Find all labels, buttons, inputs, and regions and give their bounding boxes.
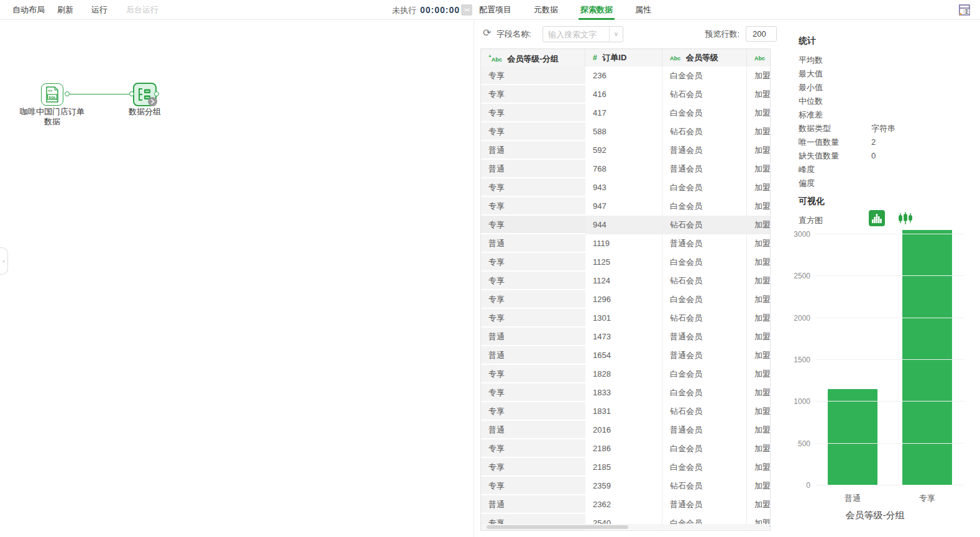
table-row[interactable]: 普通1654普通会员加盟店: [481, 346, 770, 365]
column-header-门店[interactable]: Abc 门店: [747, 49, 771, 67]
table-row[interactable]: 专享2186白金会员加盟店: [481, 439, 770, 458]
y-axis-tick: 1500: [782, 356, 810, 364]
run-status-text: 未执行: [392, 6, 416, 15]
refresh-preview-icon[interactable]: ⟳: [483, 27, 494, 39]
table-row[interactable]: 专享944钻石会员加盟店: [481, 216, 770, 234]
group-node-input-port[interactable]: [129, 91, 134, 96]
histogram-bar-专享[interactable]: [902, 230, 952, 485]
table-cell: 普通会员: [662, 141, 747, 160]
table-cell: 加盟店: [747, 272, 771, 290]
table-cell: 白金会员: [662, 67, 747, 85]
table-cell: 2186: [585, 439, 662, 458]
chart-title: 会员等级-分组: [782, 510, 968, 521]
stat-row: 标准差: [799, 108, 973, 122]
horizontal-scrollbar[interactable]: [482, 524, 769, 530]
table-cell: 钻石会员: [662, 272, 747, 290]
background-run-button[interactable]: 后台运行: [126, 0, 158, 20]
table-cell: 加盟店: [747, 328, 771, 346]
table-row[interactable]: 专享2359钻石会员加盟店: [481, 477, 770, 495]
table-row[interactable]: 普通1473普通会员加盟店: [481, 328, 770, 346]
table-cell: 专享: [481, 122, 585, 141]
table-row[interactable]: 专享416钻石会员加盟店: [481, 85, 770, 104]
table-row[interactable]: 专享947白金会员加盟店: [481, 197, 770, 216]
table-row[interactable]: 普通1119普通会员加盟店: [481, 234, 770, 253]
gridline: [815, 485, 964, 485]
table-row[interactable]: 专享1296白金会员加盟店: [481, 290, 770, 309]
table-row[interactable]: 专享588钻石会员加盟店: [481, 122, 770, 141]
run-button[interactable]: 运行: [91, 0, 108, 20]
boxplot-icon[interactable]: [898, 211, 913, 226]
table-cell: 加盟店: [747, 477, 771, 495]
table-row[interactable]: 专享943白金会员加盟店: [481, 178, 770, 197]
stat-label: 峰度: [799, 163, 871, 177]
tab-属性[interactable]: 属性: [633, 0, 653, 20]
table-row[interactable]: 专享1831钻石会员加盟店: [481, 402, 770, 421]
column-header-会员等级-分组[interactable]: +Abc 会员等级-分组: [481, 49, 585, 67]
flow-canvas[interactable]: <> SQL 咖啡中国门店订单数据 数据分组 «: [0, 20, 474, 537]
stat-value: 2: [871, 135, 876, 149]
sql-file-icon: <> SQL: [45, 86, 59, 103]
table-cell: 1296: [585, 290, 662, 309]
stat-value: 0: [871, 149, 876, 163]
table-row[interactable]: 专享1124钻石会员加盟店: [481, 272, 770, 290]
table-row[interactable]: 普通592普通会员加盟店: [481, 141, 770, 160]
table-cell: 专享: [481, 439, 585, 458]
table-row[interactable]: 普通2016普通会员加盟店: [481, 421, 770, 439]
column-header-订单ID[interactable]: # 订单ID: [585, 49, 662, 67]
table-cell: 加盟店: [747, 216, 771, 234]
data-preview-table: +Abc 会员等级-分组# 订单IDAbc 会员等级Abc 门店 专享236白金…: [480, 48, 771, 531]
stat-row: 中位数: [799, 94, 973, 108]
table-cell: 普通会员: [662, 346, 747, 365]
column-header-会员等级[interactable]: Abc 会员等级: [662, 49, 747, 67]
table-row[interactable]: 专享1833白金会员加盟店: [481, 383, 770, 402]
canvas-side-panel-handle[interactable]: «: [0, 247, 8, 275]
summary-table-icon[interactable]: Σ: [958, 3, 971, 17]
node-expand-badge[interactable]: [148, 97, 157, 106]
visualization-section-title: 可视化: [799, 196, 825, 207]
table-cell: 1831: [585, 402, 662, 421]
bar-slot: [890, 230, 964, 485]
stat-label: 最小值: [799, 81, 871, 94]
tab-配置项目[interactable]: 配置项目: [477, 0, 513, 20]
stat-label: 标准差: [799, 108, 871, 122]
sql-node-label: 咖啡中国门店订单数据: [17, 107, 87, 127]
tab-探索数据[interactable]: 探索数据: [579, 0, 615, 20]
table-row[interactable]: 专享417白金会员加盟店: [481, 104, 770, 122]
table-row[interactable]: 专享236白金会员加盟店: [481, 67, 770, 85]
histogram-icon[interactable]: [869, 210, 885, 226]
table-row[interactable]: 普通2362普通会员加盟店: [481, 495, 770, 514]
chevron-right-icon: [150, 99, 155, 104]
scrollbar-thumb[interactable]: [487, 525, 628, 529]
table-cell: 钻石会员: [662, 216, 747, 234]
field-search-select[interactable]: ∨: [543, 26, 623, 42]
preview-rows-input[interactable]: [746, 26, 777, 42]
sql-node-output-port[interactable]: [65, 91, 70, 96]
table-row[interactable]: 专享1301钻石会员加盟店: [481, 309, 770, 328]
table-row[interactable]: 专享1125白金会员加盟店: [481, 253, 770, 272]
table-cell: 加盟店: [747, 383, 771, 402]
auto-layout-button[interactable]: 自动布局: [12, 0, 45, 20]
sql-source-node[interactable]: <> SQL: [41, 83, 63, 106]
histogram-bar-普通[interactable]: [828, 389, 877, 485]
column-label: 订单ID: [600, 53, 627, 62]
chevron-down-icon[interactable]: ∨: [609, 27, 623, 42]
table-row[interactable]: 专享2185白金会员加盟店: [481, 458, 770, 477]
table-cell: 588: [585, 122, 662, 141]
table-cell: 592: [585, 141, 662, 160]
table-cell: 专享: [481, 309, 585, 328]
table-cell: 白金会员: [662, 290, 747, 309]
table-row[interactable]: 普通768普通会员加盟店: [481, 160, 770, 178]
table-cell: 普通: [481, 495, 585, 514]
table-row[interactable]: 专享1828白金会员加盟店: [481, 365, 770, 383]
node-connection-edge: [67, 94, 132, 94]
gridline: [815, 359, 964, 360]
field-search-input[interactable]: [543, 27, 609, 42]
tab-元数据[interactable]: 元数据: [532, 0, 560, 20]
collapse-panel-icon[interactable]: ><: [461, 4, 472, 16]
group-node-output-port[interactable]: [154, 91, 159, 96]
svg-text:SQL: SQL: [48, 96, 57, 99]
run-status: 未执行00:00:00: [392, 0, 460, 20]
table-cell: 白金会员: [662, 383, 747, 402]
refresh-button[interactable]: 刷新: [57, 0, 73, 20]
table-cell: 944: [585, 216, 662, 234]
